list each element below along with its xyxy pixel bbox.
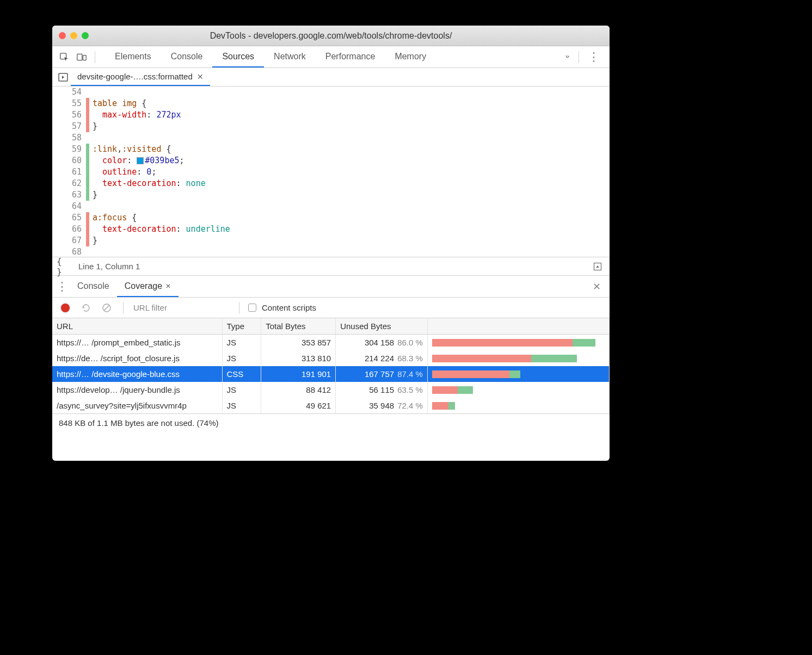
tab-network[interactable]: Network	[264, 46, 316, 67]
line-number: 63	[52, 189, 82, 201]
line-number: 62	[52, 178, 82, 189]
main-tabstrip: ElementsConsoleSourcesNetworkPerformance…	[52, 46, 610, 68]
code-line: }	[93, 121, 610, 132]
drawer-tab-label: Console	[77, 281, 109, 291]
cell-unused: 35 94872.4 %	[336, 398, 428, 413]
line-number: 58	[52, 132, 82, 144]
cell-type: JS	[222, 335, 261, 351]
minimize-window-button[interactable]	[70, 32, 77, 39]
code-line	[93, 201, 610, 212]
code-line: max-width: 272px	[93, 109, 610, 121]
column-header[interactable]: Unused Bytes	[336, 318, 428, 335]
cell-total: 49 621	[261, 398, 336, 413]
cell-total: 88 412	[261, 382, 336, 398]
close-icon[interactable]: ✕	[197, 72, 204, 81]
svg-rect-1	[77, 54, 82, 60]
content-scripts-checkbox[interactable]	[248, 304, 256, 312]
cell-type: JS	[222, 398, 261, 413]
code-line: color: #039be5;	[93, 155, 610, 166]
tab-performance[interactable]: Performance	[316, 46, 385, 67]
line-number: 61	[52, 166, 82, 178]
overflow-tabs-icon[interactable]	[560, 50, 575, 65]
drawer-tabstrip: ⋮ ConsoleCoverage✕ ✕	[52, 276, 610, 298]
source-tabbar: devsite-google-….css:formatted ✕	[52, 68, 610, 86]
tab-memory[interactable]: Memory	[385, 46, 436, 67]
record-button[interactable]	[58, 300, 73, 316]
coverage-toolbar: Content scripts	[52, 298, 610, 318]
code-line: a:focus {	[93, 212, 610, 224]
drawer-tab-console[interactable]: Console	[70, 276, 117, 297]
table-row[interactable]: https://develop… /jquery-bundle.jsJS88 4…	[52, 382, 610, 398]
svg-rect-2	[83, 55, 86, 60]
inspect-element-icon[interactable]	[57, 50, 72, 65]
close-icon[interactable]: ✕	[165, 282, 171, 290]
window-titlebar: DevTools - developers.google.com/web/too…	[52, 26, 610, 46]
cell-total: 313 810	[261, 350, 336, 366]
separator	[95, 51, 95, 63]
code-line: text-decoration: none	[93, 178, 610, 189]
cell-total: 191 901	[261, 366, 336, 382]
cell-url: https://de… /script_foot_closure.js	[52, 350, 222, 366]
code-line	[93, 86, 610, 98]
devtools-window: DevTools - developers.google.com/web/too…	[52, 26, 610, 461]
reload-icon[interactable]	[78, 300, 94, 316]
settings-menu-icon[interactable]: ⋮	[582, 50, 605, 64]
column-header[interactable]: URL	[52, 318, 222, 335]
pretty-print-icon[interactable]: { }	[57, 259, 72, 274]
line-number: 67	[52, 235, 82, 246]
cell-url: /async_survey?site=ylj5ifxusvvmr4p	[52, 398, 222, 413]
code-line	[93, 132, 610, 144]
clear-icon[interactable]	[99, 300, 114, 316]
separator	[239, 302, 239, 314]
column-header[interactable]	[427, 318, 609, 335]
cursor-position: Line 1, Column 1	[78, 262, 140, 271]
cell-bar	[427, 398, 609, 413]
cell-url: https://… /prompt_embed_static.js	[52, 335, 222, 351]
tab-elements[interactable]: Elements	[105, 46, 161, 67]
close-window-button[interactable]	[59, 32, 66, 39]
table-row[interactable]: https://… /prompt_embed_static.jsJS353 8…	[52, 335, 610, 351]
cell-type: CSS	[222, 366, 261, 382]
cell-unused: 56 11563.5 %	[336, 382, 428, 398]
table-header-row: URLTypeTotal BytesUnused Bytes	[52, 318, 610, 335]
cell-unused: 304 15886.0 %	[336, 335, 428, 351]
code-line: }	[93, 189, 610, 201]
code-line: }	[93, 235, 610, 246]
code-line: table img {	[93, 98, 610, 109]
line-number: 65	[52, 212, 82, 224]
url-filter-input[interactable]	[132, 302, 230, 313]
source-file-tab[interactable]: devsite-google-….css:formatted ✕	[71, 68, 210, 86]
close-drawer-icon[interactable]: ✕	[586, 281, 607, 293]
collapse-panel-icon[interactable]	[590, 259, 605, 274]
line-number: 54	[52, 86, 82, 98]
zoom-window-button[interactable]	[82, 32, 89, 39]
cell-unused: 214 22468.3 %	[336, 350, 428, 366]
code-content: table img { max-width: 272px}:link,:visi…	[89, 86, 610, 257]
drawer-menu-icon[interactable]: ⋮	[54, 279, 70, 294]
navigator-toggle-icon[interactable]	[56, 70, 71, 85]
cell-type: JS	[222, 382, 261, 398]
column-header[interactable]: Total Bytes	[261, 318, 336, 335]
cell-bar	[427, 382, 609, 398]
cell-bar	[427, 335, 609, 351]
line-number: 64	[52, 201, 82, 212]
code-line: outline: 0;	[93, 166, 610, 178]
table-row[interactable]: https://de… /script_foot_closure.jsJS313…	[52, 350, 610, 366]
tab-sources[interactable]: Sources	[212, 46, 264, 67]
column-header[interactable]: Type	[222, 318, 261, 335]
line-number: 56	[52, 109, 82, 121]
cell-bar	[427, 350, 609, 366]
cell-unused: 167 75787.4 %	[336, 366, 428, 382]
code-line: text-decoration: underline	[93, 224, 610, 235]
drawer-tab-coverage[interactable]: Coverage✕	[117, 276, 179, 297]
line-number: 59	[52, 144, 82, 155]
cell-url: https://… /devsite-google-blue.css	[52, 366, 222, 382]
code-editor[interactable]: 545556575859606162636465666768 table img…	[52, 86, 610, 257]
table-row[interactable]: https://… /devsite-google-blue.cssCSS191…	[52, 366, 610, 382]
tab-console[interactable]: Console	[161, 46, 213, 67]
table-row[interactable]: /async_survey?site=ylj5ifxusvvmr4pJS49 6…	[52, 398, 610, 413]
separator	[123, 302, 124, 314]
device-toolbar-icon[interactable]	[74, 50, 89, 65]
line-number: 60	[52, 155, 82, 166]
cell-url: https://develop… /jquery-bundle.js	[52, 382, 222, 398]
